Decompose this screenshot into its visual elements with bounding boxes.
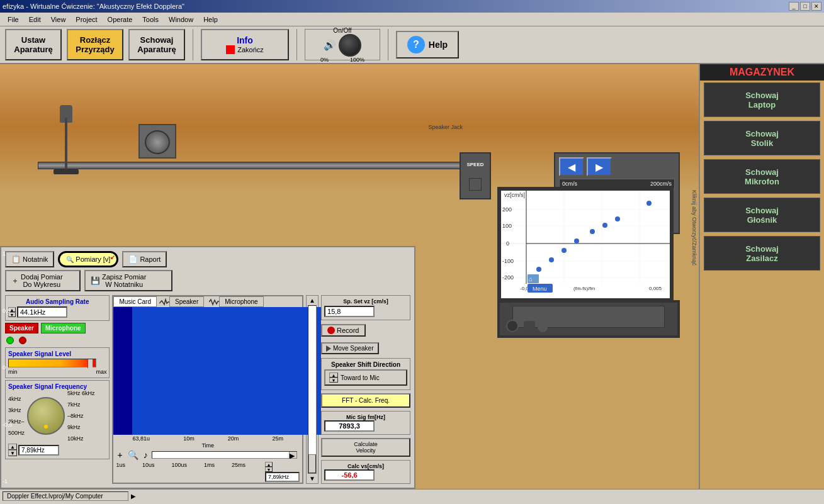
speed-arrows: ▲ ▼: [265, 462, 300, 472]
raport-button[interactable]: 📄 Raport: [122, 251, 167, 267]
menu-edit[interactable]: Edit: [24, 14, 46, 25]
svg-point-25: [602, 223, 607, 228]
power-button-laptop[interactable]: [506, 320, 519, 332]
zapisz-pomiar-button[interactable]: 💾 Zapisz PomiarW Notatniku: [84, 270, 172, 291]
move-speaker-row: Move Speaker: [321, 342, 410, 354]
schowaj-zasilacz-button[interactable]: SchowajZasilacz: [704, 236, 820, 271]
left-panel: Speaker Jack SPEED ◀ ▶ 0cm/s: [0, 64, 699, 489]
scope-graph: 1 0,5 0 -0,5 -1 Signal Level: [113, 307, 302, 435]
oscilloscope: Music Card Speaker Microphone: [112, 295, 303, 484]
scope-wave-area: Signal Level: [132, 307, 321, 435]
schowaj-stolik-button[interactable]: SchowajStolik: [704, 121, 820, 155]
scroll-right[interactable]: ▶: [289, 452, 296, 458]
svg-point-26: [615, 216, 620, 221]
toward-mic-button[interactable]: ▲ ▼ Toward to Mic: [324, 369, 407, 386]
svg-point-20: [536, 267, 541, 272]
sig-level-box: Speaker Signal Level min max: [5, 347, 110, 378]
schowaj-mikrofon-button[interactable]: SchowajMikrofon: [704, 159, 820, 194]
schowaj-laptop-button[interactable]: SchowajLaptop: [704, 82, 820, 117]
instrument-row: Audio Sampling Rate ▲ ▼ 44.1kHz Speaker …: [5, 295, 410, 484]
scope-speed-input[interactable]: [265, 472, 300, 482]
svg-point-21: [549, 257, 554, 262]
speed-up[interactable]: ▲: [265, 462, 273, 467]
knob-laptop[interactable]: [538, 322, 548, 332]
record-button[interactable]: Record: [321, 324, 365, 337]
vol-labels: 0% 100%: [320, 57, 364, 63]
magazynek-header: MAGAZYNEK: [700, 64, 824, 81]
svg-text:⌂: ⌂: [529, 276, 533, 283]
microphone-stand: [47, 105, 85, 174]
speed-input-row: ▲ ▼: [265, 462, 300, 482]
mini-scrollbar-track[interactable]: [308, 305, 317, 474]
fft-button[interactable]: FFT - Calc. Freq.: [321, 393, 410, 408]
play-icon: [326, 345, 331, 352]
sampling-box: Audio Sampling Rate ▲ ▼ 44.1kHz: [5, 295, 110, 321]
zoom-icon[interactable]: 🔍: [127, 450, 140, 460]
toward-up[interactable]: ▲: [329, 372, 338, 378]
menu-project[interactable]: Project: [71, 14, 102, 25]
tab-microphone[interactable]: Microphone: [219, 296, 263, 307]
speaker-cone: [145, 130, 170, 154]
pomiary-button[interactable]: 🔍 Pomiary [v] ↙: [58, 251, 118, 267]
svg-point-23: [574, 238, 579, 244]
close-button[interactable]: ✕: [811, 2, 821, 11]
scope-scrollbar[interactable]: ▶: [152, 451, 297, 459]
freq-box: Speaker Signal Frequency 4kHz 3kHz 2kHz–…: [5, 380, 110, 459]
onoff-section: On/Off 🔊 0% 100%: [305, 29, 380, 60]
menu-operate[interactable]: Operate: [103, 14, 138, 25]
mini-scrollbar-thumb[interactable]: [308, 454, 316, 473]
svg-text:100: 100: [502, 223, 512, 229]
toward-arrows: ▲ ▼: [329, 372, 338, 383]
svg-text:-100: -100: [502, 258, 514, 264]
sampling-input[interactable]: 44.1kHz: [17, 306, 67, 318]
menu-window[interactable]: Window: [164, 14, 198, 25]
volume-knob[interactable]: [339, 34, 361, 57]
maximize-button[interactable]: □: [800, 2, 810, 11]
svg-text:0: 0: [506, 240, 509, 247]
tab-speaker[interactable]: Speaker: [169, 296, 204, 307]
control-panel: 📋 Notatnik 🔍 Pomiary [v] ↙ 📄 Raport ＋ Do…: [0, 246, 415, 489]
menu-tools[interactable]: Tools: [137, 14, 164, 25]
svg-text:0,005: 0,005: [649, 286, 662, 291]
pu-left-arrow-button[interactable]: ◀: [559, 157, 584, 176]
microphone-button[interactable]: Microphone: [41, 323, 86, 333]
ustaw-aparature-button[interactable]: Ustaw Aparaturę: [5, 29, 62, 60]
freq-knob[interactable]: [27, 397, 65, 435]
menu-file[interactable]: File: [3, 14, 24, 25]
move-speaker-button[interactable]: Move Speaker: [321, 342, 378, 354]
doppler-chart: 200 100 0 -100 -200 -0,005 (fm-fs)/fm 0,…: [501, 191, 670, 296]
toward-down[interactable]: ▼: [329, 378, 338, 383]
calc-vs-input[interactable]: [324, 469, 375, 481]
sound-button[interactable]: [524, 321, 535, 332]
status-arrow[interactable]: ▶: [128, 493, 138, 500]
svg-point-24: [590, 229, 595, 234]
mini-scroll-up[interactable]: ▲: [309, 297, 315, 304]
menu-help[interactable]: Help: [198, 14, 223, 25]
scope-xaxis: 63,81u 10m 20m 25m: [113, 435, 302, 442]
mini-scroll-down[interactable]: ▼: [309, 475, 315, 482]
mic-sig-box: Mic Sig fm[Hz]: [321, 411, 410, 435]
schowaj-glosnik-button[interactable]: SchowajGłośnik: [704, 198, 820, 232]
minimize-button[interactable]: _: [789, 2, 799, 11]
svg-text:vz[cm/s]: vz[cm/s]: [504, 192, 525, 198]
menu-view[interactable]: View: [46, 14, 71, 25]
help-button[interactable]: ? Help: [396, 31, 459, 59]
pu-right-arrow-button[interactable]: ▶: [587, 157, 612, 176]
scope-ctrl-btns: + 🔍 ♪: [116, 450, 149, 460]
rozlacz-przyrzady-button[interactable]: Rozłącz Przyrządy: [67, 29, 123, 60]
speed-controller: SPEED: [460, 152, 491, 199]
sp-set-input[interactable]: [324, 306, 375, 317]
report-icon: 📄: [128, 255, 138, 264]
music-note-icon[interactable]: ♪: [142, 450, 149, 460]
speed-down[interactable]: ▼: [265, 467, 273, 472]
tab-music-card[interactable]: Music Card: [113, 296, 157, 307]
mic-sig-input[interactable]: [324, 420, 375, 432]
laptop-body: [497, 300, 680, 338]
info-zakoncz-button[interactable]: Info Zakończ: [201, 29, 289, 60]
schowaj-aparature-button[interactable]: Schowaj Aparaturę: [128, 29, 185, 60]
zoom-plus-button[interactable]: +: [116, 450, 123, 460]
sig-level-bar: [8, 359, 96, 367]
freq-input[interactable]: 7,89kHz: [18, 445, 59, 456]
calc-velocity-button[interactable]: CalculateVelocity: [321, 438, 410, 457]
svg-text:-200: -200: [502, 274, 514, 281]
